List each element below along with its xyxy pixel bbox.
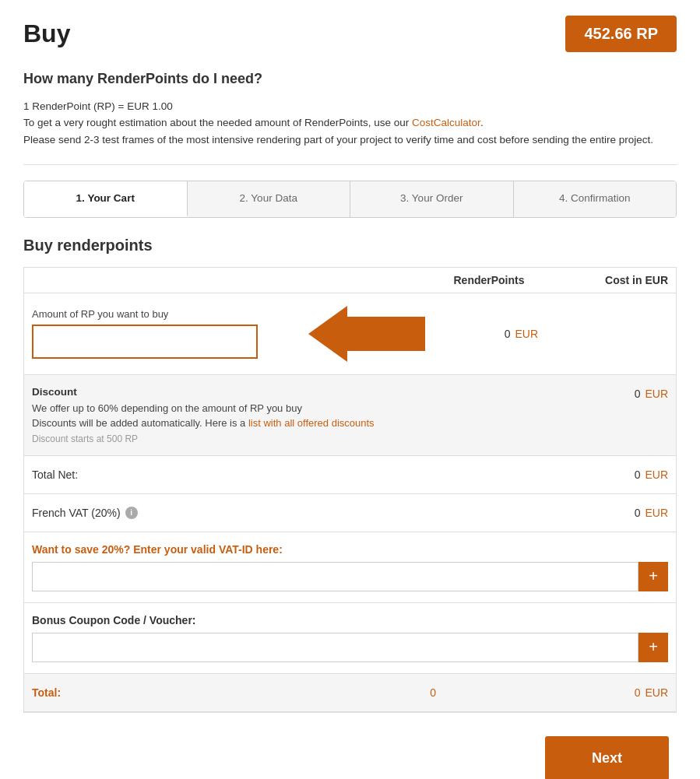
discount-desc-line2: Discounts will be added automatically. H… (32, 416, 567, 431)
amount-label-input-container: Amount of RP you want to buy (32, 308, 281, 359)
vat-id-input-row: + (32, 562, 668, 591)
arrow-head (308, 306, 347, 362)
discount-info: Discount We offer up to 60% depending on… (32, 386, 567, 444)
total-center-value: 0 (300, 686, 568, 699)
rp-balance-badge: 452.66 RP (565, 16, 677, 52)
vat-id-label: Want to save 20%? Enter your valid VAT-I… (32, 543, 668, 556)
total-label: Total: (32, 686, 300, 699)
discount-line2-pre: Discounts will be added automatically. H… (32, 417, 248, 429)
coupon-input[interactable] (32, 633, 638, 662)
vat-id-plus-button[interactable]: + (638, 562, 668, 591)
how-many-title: How many RenderPoints do I need? (23, 68, 677, 90)
total-net-value: 0 EUR (567, 468, 668, 481)
how-many-line1: 1 RenderPoint (RP) = EUR 1.00 (23, 98, 677, 115)
amount-row: Amount of RP you want to buy 0 EUR (24, 293, 676, 375)
total-eur: EUR (645, 686, 668, 699)
stepper: 1. Your Cart 2. Your Data 3. Your Order … (23, 181, 677, 218)
vat-id-input[interactable] (32, 562, 638, 591)
col-header-cost: Cost in EUR (567, 274, 668, 286)
step-4-confirmation[interactable]: 4. Confirmation (514, 181, 677, 217)
divider (23, 164, 677, 165)
col-header-renderpoints: RenderPoints (411, 274, 567, 286)
amount-eur: EUR (515, 328, 538, 340)
how-many-line3: Please send 2-3 test frames of the most … (23, 132, 677, 149)
next-btn-row: Next (23, 736, 677, 779)
discount-list-link[interactable]: list with all offered discounts (248, 417, 375, 429)
coupon-input-row: + (32, 633, 668, 662)
vat-value: 0 EUR (567, 507, 668, 519)
total-value: 0 EUR (567, 686, 668, 699)
table-header-row: RenderPoints Cost in EUR (24, 268, 676, 293)
page-title: Buy (23, 19, 70, 48)
discount-title: Discount (32, 386, 567, 398)
total-net-label: Total Net: (32, 468, 567, 481)
next-button[interactable]: Next (545, 736, 669, 779)
vat-eur: EUR (645, 507, 668, 519)
arrow-body (347, 317, 425, 351)
rp-table: RenderPoints Cost in EUR Amount of RP yo… (23, 267, 677, 713)
vat-row: French VAT (20%) i 0 EUR (24, 494, 676, 532)
amount-label: Amount of RP you want to buy (32, 308, 281, 320)
amount-value: 0 EUR (437, 328, 538, 340)
buy-renderpoints-title: Buy renderpoints (23, 237, 677, 254)
amount-input[interactable] (35, 328, 255, 356)
step-3-your-order[interactable]: 3. Your Order (350, 181, 514, 217)
discount-eur: EUR (645, 388, 668, 400)
step-2-your-data[interactable]: 2. Your Data (188, 181, 351, 217)
total-net-number: 0 (635, 468, 641, 481)
step-1-your-cart[interactable]: 1. Your Cart (24, 181, 188, 217)
how-many-section: How many RenderPoints do I need? 1 Rende… (23, 68, 677, 149)
line2-post: . (480, 117, 484, 128)
amount-number: 0 (505, 328, 511, 340)
total-row: Total: 0 0 EUR (24, 674, 676, 712)
total-net-eur: EUR (645, 468, 668, 481)
vat-label-text: French VAT (20%) (32, 507, 121, 519)
coupon-row: Bonus Coupon Code / Voucher: + (24, 603, 676, 674)
total-number: 0 (635, 686, 641, 699)
total-net-row: Total Net: 0 EUR (24, 456, 676, 494)
vat-number: 0 (635, 507, 641, 519)
discount-row: Discount We offer up to 60% depending on… (24, 375, 676, 456)
vat-id-row: Want to save 20%? Enter your valid VAT-I… (24, 532, 676, 603)
discount-number: 0 (635, 388, 641, 400)
vat-info-icon[interactable]: i (125, 507, 138, 519)
how-many-line2: To get a very rought estimation about th… (23, 114, 677, 132)
page-header: Buy 452.66 RP (23, 16, 677, 52)
amount-input-wrapper (32, 325, 258, 359)
discount-value: 0 EUR (567, 386, 668, 400)
arrow-shape (308, 306, 425, 362)
arrow-container (281, 306, 437, 362)
coupon-label: Bonus Coupon Code / Voucher: (32, 614, 668, 626)
vat-label: French VAT (20%) i (32, 507, 567, 519)
coupon-plus-button[interactable]: + (638, 633, 668, 662)
discount-desc-line1: We offer up to 60% depending on the amou… (32, 401, 567, 416)
cost-calculator-link[interactable]: CostCalculator (412, 117, 480, 128)
line2-pre: To get a very rought estimation about th… (23, 117, 412, 128)
discount-note: Discount starts at 500 RP (32, 433, 567, 444)
